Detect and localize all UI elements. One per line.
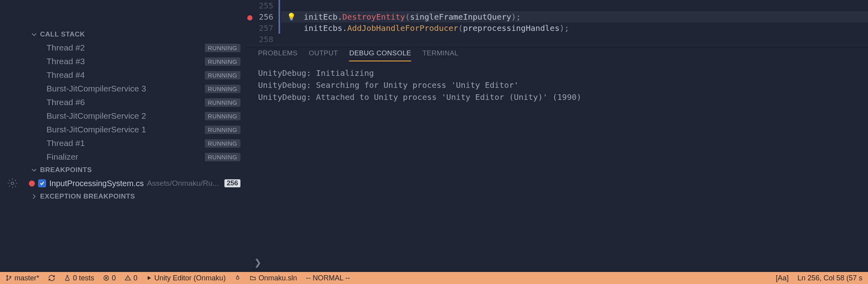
warning-icon xyxy=(125,275,131,281)
status-badge: RUNNING xyxy=(205,139,241,148)
gear-icon[interactable] xyxy=(7,178,18,189)
thread-list: Thread #2RUNNING Thread #3RUNNING Thread… xyxy=(0,41,246,164)
thread-row[interactable]: FinalizerRUNNING xyxy=(0,150,246,164)
folder-icon xyxy=(250,275,256,281)
svg-point-3 xyxy=(10,276,11,278)
line-number: 257 xyxy=(255,22,273,34)
tests-count: 0 tests xyxy=(73,274,94,282)
status-badge: RUNNING xyxy=(205,71,241,79)
status-badge: RUNNING xyxy=(205,126,241,134)
flame-indicator[interactable] xyxy=(234,275,241,281)
vim-mode: -- NORMAL -- xyxy=(306,274,350,282)
play-icon xyxy=(146,275,152,281)
errors-status[interactable]: 0 xyxy=(103,274,116,282)
thread-row[interactable]: Thread #1RUNNING xyxy=(0,136,246,150)
thread-row[interactable]: Burst-JitCompilerService 3RUNNING xyxy=(0,82,246,95)
breakpoint-checkbox[interactable] xyxy=(38,179,46,187)
thread-name: Thread #2 xyxy=(46,43,85,53)
cursor-position[interactable]: Ln 256, Col 58 (57 s xyxy=(797,274,862,282)
beaker-icon xyxy=(64,275,71,281)
branch-name: master* xyxy=(14,274,39,282)
prompt-chevron-icon: ❯ xyxy=(254,258,261,268)
status-badge: RUNNING xyxy=(205,57,241,66)
thread-name: Burst-JitCompilerService 2 xyxy=(46,111,146,121)
exception-breakpoints-label: EXCEPTION BREAKPOINTS xyxy=(40,193,135,201)
chevron-right-icon xyxy=(31,194,37,199)
status-badge: RUNNING xyxy=(205,44,241,52)
lightbulb-icon[interactable]: 💡 xyxy=(287,11,296,22)
solution-name: Onmaku.sln xyxy=(258,274,297,282)
thread-name: Thread #3 xyxy=(46,57,85,66)
breakpoint-dot-icon xyxy=(29,181,35,187)
tab-terminal[interactable]: TERMINAL xyxy=(422,49,458,61)
chevron-down-icon xyxy=(31,32,37,37)
error-icon xyxy=(103,275,109,281)
breakpoints-section-header[interactable]: BREAKPOINTS xyxy=(0,164,246,176)
thread-row[interactable]: Thread #4RUNNING xyxy=(0,68,246,82)
status-badge: RUNNING xyxy=(205,112,241,120)
code-editor[interactable]: 255 256 257 258 💡 initEcb.DestroyEntity(… xyxy=(246,0,868,45)
breakpoint-line: 256 xyxy=(224,179,240,187)
breakpoint-dot-icon[interactable] xyxy=(247,15,252,20)
git-branch[interactable]: master* xyxy=(6,274,39,282)
sync-button[interactable] xyxy=(48,274,55,282)
breakpoint-gutter[interactable] xyxy=(246,0,255,45)
debug-console-output[interactable]: UnityDebug: InitializingUnityDebug: Sear… xyxy=(246,61,868,255)
warning-count: 0 xyxy=(133,274,137,282)
indent-guide xyxy=(277,0,281,45)
launch-name: Unity Editor (Onmaku) xyxy=(154,274,226,282)
breakpoint-file: InputProcessingSystem.cs xyxy=(49,179,144,188)
flame-icon xyxy=(234,275,241,281)
thread-name: Burst-JitCompilerService 3 xyxy=(46,84,146,93)
warnings-status[interactable]: 0 xyxy=(125,274,137,282)
exception-breakpoints-header[interactable]: EXCEPTION BREAKPOINTS xyxy=(0,190,246,203)
thread-row[interactable]: Burst-JitCompilerService 2RUNNING xyxy=(0,109,246,123)
thread-row[interactable]: Thread #2RUNNING xyxy=(0,41,246,55)
error-count: 0 xyxy=(112,274,116,282)
chevron-down-icon xyxy=(31,167,37,173)
tab-debug-console[interactable]: DEBUG CONSOLE xyxy=(349,49,411,61)
status-badge: RUNNING xyxy=(205,85,241,93)
sync-icon xyxy=(48,274,55,282)
code-content[interactable]: 💡 initEcb.DestroyEntity(singleFrameInput… xyxy=(281,0,868,45)
breakpoints-label: BREAKPOINTS xyxy=(40,166,92,174)
debug-console-input[interactable]: ❯ xyxy=(246,255,868,272)
line-number: 255 xyxy=(255,0,273,11)
callstack-section-header[interactable]: CALL STACK xyxy=(0,28,246,41)
branch-icon xyxy=(6,275,12,281)
tab-output[interactable]: OUTPUT xyxy=(309,49,338,61)
thread-row[interactable]: Thread #6RUNNING xyxy=(0,95,246,109)
callstack-label: CALL STACK xyxy=(40,30,85,39)
svg-point-0 xyxy=(11,182,14,185)
case-sensitivity[interactable]: [Aa] xyxy=(776,274,789,282)
breakpoint-path: Assets/Onmaku/Ru... xyxy=(147,179,221,188)
thread-row[interactable]: Thread #3RUNNING xyxy=(0,55,246,68)
status-badge: RUNNING xyxy=(205,98,241,107)
status-badge: RUNNING xyxy=(205,153,241,161)
console-line: UnityDebug: Searching for Unity process … xyxy=(258,79,856,91)
line-number-gutter: 255 256 257 258 xyxy=(255,0,277,45)
bottom-panel: PROBLEMS OUTPUT DEBUG CONSOLE TERMINAL U… xyxy=(246,45,868,272)
thread-name: Finalizer xyxy=(46,152,78,162)
status-bar: master* 0 tests 0 0 Unity Editor (Onmaku… xyxy=(0,272,868,284)
thread-row[interactable]: Burst-JitCompilerService 1RUNNING xyxy=(0,123,246,136)
thread-name: Thread #1 xyxy=(46,138,85,148)
breakpoint-row[interactable]: InputProcessingSystem.cs Assets/Onmaku/R… xyxy=(18,177,246,190)
tab-problems[interactable]: PROBLEMS xyxy=(258,49,297,61)
thread-name: Thread #4 xyxy=(46,70,85,80)
launch-config[interactable]: Unity Editor (Onmaku) xyxy=(146,274,226,282)
line-number: 256 xyxy=(255,11,273,22)
thread-name: Thread #6 xyxy=(46,97,85,107)
panel-tabs: PROBLEMS OUTPUT DEBUG CONSOLE TERMINAL xyxy=(246,45,868,61)
svg-point-2 xyxy=(6,279,8,280)
debug-sidebar: CALL STACK Thread #2RUNNING Thread #3RUN… xyxy=(0,0,246,272)
console-line: UnityDebug: Attached to Unity process 'U… xyxy=(258,91,856,103)
tests-status[interactable]: 0 tests xyxy=(64,274,94,282)
thread-name: Burst-JitCompilerService 1 xyxy=(46,125,146,134)
line-number: 258 xyxy=(255,34,273,45)
solution-file[interactable]: Onmaku.sln xyxy=(250,274,297,282)
svg-point-1 xyxy=(6,276,8,277)
console-line: UnityDebug: Initializing xyxy=(258,67,856,79)
